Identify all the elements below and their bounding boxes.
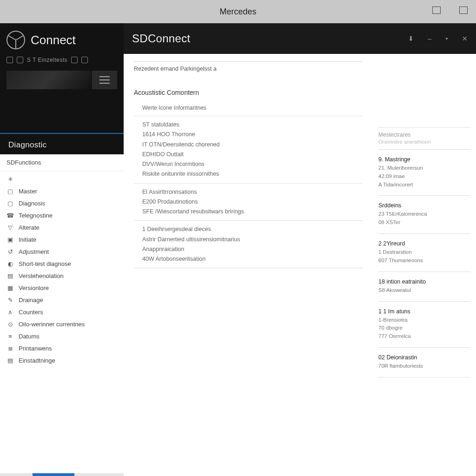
content-subhead: Acoustistic Comontern: [134, 89, 363, 96]
tool-icon[interactable]: [17, 57, 23, 63]
vehicle-image: [7, 71, 91, 89]
nav-label: Verstehenolation: [19, 272, 64, 279]
right-title: Srddeins: [378, 202, 470, 209]
square-icon: ▢: [7, 199, 14, 207]
nav-item[interactable]: ▽Alterate: [0, 221, 124, 233]
nav-label: Diagnosis: [19, 200, 45, 207]
nav-item[interactable]: ≣Printanwens: [0, 342, 124, 354]
nav-label: Telegnostine: [19, 212, 53, 219]
nav-label: Oilo-werinner currentnes: [19, 321, 85, 328]
nav-item[interactable]: ▤Einstadtninge: [0, 354, 124, 366]
right-title: 2 2Yireurd: [378, 240, 470, 247]
window-titlebar: Mercedes: [0, 0, 476, 23]
right-line: 777 Osrrrelca: [378, 332, 470, 341]
right-line: 23 T5ErKalomirenca: [378, 210, 470, 218]
nav-item[interactable]: ✎Drainage: [0, 294, 124, 306]
content-row: Riskite onitunrite inissornithes: [142, 169, 363, 179]
tool-icon[interactable]: [7, 57, 13, 63]
mercedes-star-icon: [7, 31, 25, 49]
rule: [378, 233, 470, 234]
nav-item[interactable]: ▢Master: [0, 185, 124, 197]
content-row: 1 Deeihrsergesdeal dieces: [142, 225, 363, 234]
brand-name: Connect: [31, 33, 76, 47]
section-title: Diagnostic: [0, 134, 124, 154]
nav-item[interactable]: ◐Short-test diagnose: [0, 258, 124, 270]
nav-item[interactable]: ☎Telegnostine: [0, 209, 124, 221]
content-row: 1614 HOO Thorrone: [142, 130, 363, 139]
progress-fill: [33, 473, 74, 476]
nav-label: Alterate: [19, 224, 40, 231]
right-title: 18 intion eatrainito: [378, 278, 470, 285]
nav-item[interactable]: ▤Verstehenolation: [0, 270, 124, 282]
minimize-icon[interactable]: [432, 7, 441, 14]
content-row: ST statuldates: [142, 120, 363, 130]
nav-item[interactable]: ≡Datums: [0, 330, 124, 342]
content-row: 40W Artobonseeritsation: [142, 254, 363, 264]
right-line: 70 dbogre: [378, 324, 470, 332]
nav-label: Drainage: [19, 297, 43, 304]
square-icon: ▢: [7, 187, 14, 195]
right-group[interactable]: 18 intion eatrainito S8 Akoweatul: [378, 276, 470, 298]
pencil-icon: ✎: [7, 296, 14, 304]
nav-label: Initiate: [19, 236, 36, 243]
nav-panel-head: SDFunctions: [0, 154, 124, 171]
tool-icon[interactable]: [81, 57, 88, 63]
right-line: 1-Brensiotra: [378, 316, 470, 324]
lines-icon: ≣: [7, 344, 14, 352]
grid-icon: ▤: [7, 357, 14, 364]
progress-bar: [0, 473, 124, 476]
nav-label: Printanwens: [19, 345, 52, 352]
nav-item[interactable]: ∧Counters: [0, 306, 124, 318]
download-icon[interactable]: ⬇: [408, 35, 414, 42]
content-left: Rezedent ernand Parkingelsst a Acoustist…: [124, 54, 373, 476]
lines-icon: ≡: [7, 332, 14, 340]
tool-row: S T Einzeltests: [0, 57, 124, 68]
vehicle-card[interactable]: [7, 71, 117, 89]
right-line: 607 Thumarieoons: [378, 257, 470, 265]
nav-item[interactable]: ⊙Oilo-werinner currentnes: [0, 318, 124, 330]
right-title: 9. Mastringe: [378, 156, 470, 163]
right-group[interactable]: 2 2Yireurd 1 Destrarstion 607 Thumarieoo…: [378, 238, 470, 268]
right-line: 08 XSTer: [378, 218, 470, 227]
window-title: Mercedes: [219, 7, 256, 17]
close-icon[interactable]: ✕: [462, 35, 468, 42]
phone-icon: ☎: [7, 212, 14, 219]
tool-icon[interactable]: [71, 57, 78, 63]
minimize-action-icon[interactable]: –: [428, 35, 431, 42]
right-group[interactable]: 9. Mastringe 21. Muleriborersun 42.09 im…: [378, 153, 470, 192]
content-row: Anappnraication: [142, 245, 363, 254]
right-group[interactable]: Srddeins 23 T5ErKalomirenca 08 XSTer: [378, 199, 470, 230]
main-title: SDConnect: [132, 32, 190, 45]
nav-label: Counters: [19, 309, 43, 316]
dot-icon[interactable]: •: [445, 35, 448, 42]
right-head: Mestectrares: [378, 132, 470, 138]
main-area: SDConnect ⬇ – • ✕ Rezedent ernand Parkin…: [124, 23, 476, 476]
nav-item[interactable]: ↺Adjustment: [0, 245, 124, 258]
vehicle-card-button[interactable]: [91, 71, 117, 89]
box-icon: ▣: [7, 236, 14, 243]
content-row: IT OTN/Deersitendc chorened: [142, 140, 363, 150]
maximize-icon[interactable]: [459, 7, 468, 14]
nav-item[interactable]: ▦Versionlore: [0, 282, 124, 294]
content-row: E200 Prodautinotions: [142, 197, 363, 207]
brand: Connect: [0, 23, 124, 57]
right-line: 1 Destrarstion: [378, 248, 470, 257]
sidebar: Connect S T Einzeltests Diagnostic SDFun…: [0, 23, 124, 476]
content-row: DVV/Werun Incormtions: [142, 159, 363, 169]
nav-item[interactable]: ✳: [0, 173, 124, 185]
nav-item[interactable]: ▢Diagnosis: [0, 197, 124, 209]
rule: [378, 271, 470, 272]
rule: [378, 301, 470, 302]
right-line: 21. Muleriborersun: [378, 164, 470, 172]
content-row: EDHIDO Outtalt: [142, 150, 363, 159]
right-line: A Tidarincorert: [378, 181, 470, 189]
nav-list: ✳ ▢Master ▢Diagnosis ☎Telegnostine ▽Alte…: [0, 171, 124, 473]
nav-label: Master: [19, 188, 37, 195]
grid-icon: ▦: [7, 284, 14, 291]
nav-label: Adjustment: [19, 248, 49, 255]
nav-item[interactable]: ▣Initiate: [0, 233, 124, 245]
half-circle-icon: ◐: [7, 260, 14, 267]
right-group[interactable]: 1 1 Im atuns 1-Brensiotra 70 dbogre 777 …: [378, 305, 470, 344]
window-controls: [432, 7, 468, 14]
right-group[interactable]: 02 Deionirastin 70R flambutoriests: [378, 351, 470, 373]
